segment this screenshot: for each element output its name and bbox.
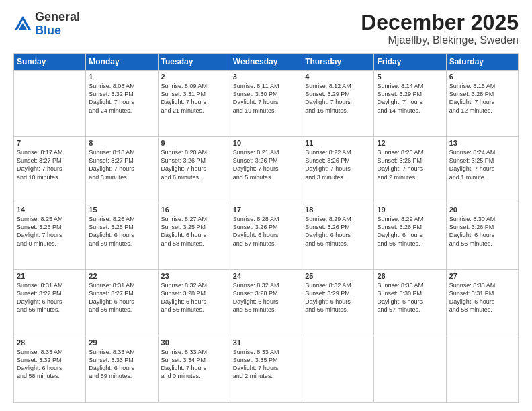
day-info: Sunrise: 8:33 AM Sunset: 3:34 PM Dayligh… (161, 348, 227, 381)
calendar-day-cell: 15Sunrise: 8:26 AM Sunset: 3:25 PM Dayli… (86, 203, 158, 270)
calendar-day-cell: 29Sunrise: 8:33 AM Sunset: 3:33 PM Dayli… (86, 336, 158, 403)
day-info: Sunrise: 8:21 AM Sunset: 3:26 PM Dayligh… (233, 148, 299, 181)
calendar-day-cell (446, 336, 518, 403)
day-info: Sunrise: 8:08 AM Sunset: 3:32 PM Dayligh… (89, 82, 154, 115)
day-info: Sunrise: 8:15 AM Sunset: 3:28 PM Dayligh… (449, 82, 515, 115)
title-block: December 2025 Mjaellby, Blekinge, Sweden (361, 11, 519, 46)
day-info: Sunrise: 8:14 AM Sunset: 3:29 PM Dayligh… (377, 82, 443, 115)
header: General Blue December 2025 Mjaellby, Ble… (13, 11, 519, 46)
day-info: Sunrise: 8:29 AM Sunset: 3:26 PM Dayligh… (305, 215, 371, 248)
day-info: Sunrise: 8:09 AM Sunset: 3:31 PM Dayligh… (161, 82, 227, 115)
calendar-day-cell: 28Sunrise: 8:33 AM Sunset: 3:32 PM Dayli… (14, 336, 86, 403)
calendar-day-cell: 23Sunrise: 8:32 AM Sunset: 3:28 PM Dayli… (158, 270, 230, 336)
day-number: 23 (161, 272, 227, 280)
day-info: Sunrise: 8:18 AM Sunset: 3:27 PM Dayligh… (89, 148, 154, 181)
day-number: 18 (305, 205, 371, 214)
calendar-day-cell (14, 71, 86, 137)
day-info: Sunrise: 8:24 AM Sunset: 3:25 PM Dayligh… (449, 148, 515, 181)
calendar-day-cell: 9Sunrise: 8:20 AM Sunset: 3:26 PM Daylig… (158, 137, 230, 203)
day-of-week-header: Thursday (302, 54, 374, 71)
calendar-day-cell: 17Sunrise: 8:28 AM Sunset: 3:26 PM Dayli… (230, 203, 302, 270)
calendar-header-row: SundayMondayTuesdayWednesdayThursdayFrid… (14, 54, 519, 71)
calendar-day-cell: 8Sunrise: 8:18 AM Sunset: 3:27 PM Daylig… (86, 137, 158, 203)
day-info: Sunrise: 8:31 AM Sunset: 3:27 PM Dayligh… (89, 281, 154, 314)
day-info: Sunrise: 8:11 AM Sunset: 3:30 PM Dayligh… (233, 82, 299, 115)
calendar-day-cell: 10Sunrise: 8:21 AM Sunset: 3:26 PM Dayli… (230, 137, 302, 203)
day-number: 14 (17, 205, 83, 214)
day-info: Sunrise: 8:29 AM Sunset: 3:26 PM Dayligh… (377, 215, 443, 248)
day-of-week-header: Saturday (446, 54, 518, 71)
logo-text: General Blue (35, 11, 80, 38)
day-info: Sunrise: 8:22 AM Sunset: 3:26 PM Dayligh… (305, 148, 371, 181)
day-number: 20 (449, 205, 515, 214)
calendar-day-cell: 14Sunrise: 8:25 AM Sunset: 3:25 PM Dayli… (14, 203, 86, 270)
day-number: 29 (89, 338, 154, 347)
calendar-day-cell: 11Sunrise: 8:22 AM Sunset: 3:26 PM Dayli… (302, 137, 374, 203)
calendar-week-row: 21Sunrise: 8:31 AM Sunset: 3:27 PM Dayli… (14, 270, 519, 336)
day-info: Sunrise: 8:32 AM Sunset: 3:28 PM Dayligh… (161, 281, 227, 314)
day-info: Sunrise: 8:12 AM Sunset: 3:29 PM Dayligh… (305, 82, 371, 115)
day-info: Sunrise: 8:27 AM Sunset: 3:25 PM Dayligh… (161, 215, 227, 248)
logo-blue: Blue (35, 24, 61, 37)
calendar-day-cell: 12Sunrise: 8:23 AM Sunset: 3:26 PM Dayli… (374, 137, 446, 203)
calendar-week-row: 7Sunrise: 8:17 AM Sunset: 3:27 PM Daylig… (14, 137, 519, 203)
calendar-day-cell: 30Sunrise: 8:33 AM Sunset: 3:34 PM Dayli… (158, 336, 230, 403)
day-info: Sunrise: 8:32 AM Sunset: 3:28 PM Dayligh… (233, 281, 299, 314)
day-number: 8 (89, 139, 154, 147)
day-number: 26 (377, 272, 443, 280)
day-info: Sunrise: 8:32 AM Sunset: 3:29 PM Dayligh… (305, 281, 371, 314)
calendar-day-cell: 26Sunrise: 8:33 AM Sunset: 3:30 PM Dayli… (374, 270, 446, 336)
day-number: 16 (161, 205, 227, 214)
calendar-table: SundayMondayTuesdayWednesdayThursdayFrid… (13, 53, 519, 403)
day-number: 31 (233, 338, 299, 347)
calendar-day-cell: 16Sunrise: 8:27 AM Sunset: 3:25 PM Dayli… (158, 203, 230, 270)
calendar-day-cell: 31Sunrise: 8:33 AM Sunset: 3:35 PM Dayli… (230, 336, 302, 403)
location: Mjaellby, Blekinge, Sweden (361, 34, 519, 46)
day-info: Sunrise: 8:33 AM Sunset: 3:30 PM Dayligh… (377, 281, 443, 314)
day-number: 30 (161, 338, 227, 347)
logo: General Blue (13, 11, 80, 38)
calendar-day-cell: 6Sunrise: 8:15 AM Sunset: 3:28 PM Daylig… (446, 71, 518, 137)
logo-icon (13, 15, 32, 34)
calendar-day-cell: 24Sunrise: 8:32 AM Sunset: 3:28 PM Dayli… (230, 270, 302, 336)
day-number: 15 (89, 205, 154, 214)
day-number: 21 (17, 272, 83, 280)
day-number: 27 (449, 272, 515, 280)
day-info: Sunrise: 8:33 AM Sunset: 3:31 PM Dayligh… (449, 281, 515, 314)
calendar-week-row: 1Sunrise: 8:08 AM Sunset: 3:32 PM Daylig… (14, 71, 519, 137)
day-info: Sunrise: 8:25 AM Sunset: 3:25 PM Dayligh… (17, 215, 83, 248)
calendar-day-cell: 27Sunrise: 8:33 AM Sunset: 3:31 PM Dayli… (446, 270, 518, 336)
calendar-day-cell: 1Sunrise: 8:08 AM Sunset: 3:32 PM Daylig… (86, 71, 158, 137)
day-number: 17 (233, 205, 299, 214)
calendar-week-row: 28Sunrise: 8:33 AM Sunset: 3:32 PM Dayli… (14, 336, 519, 403)
day-number: 5 (377, 73, 443, 81)
calendar-day-cell: 3Sunrise: 8:11 AM Sunset: 3:30 PM Daylig… (230, 71, 302, 137)
day-info: Sunrise: 8:17 AM Sunset: 3:27 PM Dayligh… (17, 148, 83, 181)
day-number: 24 (233, 272, 299, 280)
calendar-week-row: 14Sunrise: 8:25 AM Sunset: 3:25 PM Dayli… (14, 203, 519, 270)
day-number: 10 (233, 139, 299, 147)
day-info: Sunrise: 8:26 AM Sunset: 3:25 PM Dayligh… (89, 215, 154, 248)
calendar-day-cell: 21Sunrise: 8:31 AM Sunset: 3:27 PM Dayli… (14, 270, 86, 336)
calendar-day-cell: 2Sunrise: 8:09 AM Sunset: 3:31 PM Daylig… (158, 71, 230, 137)
day-of-week-header: Tuesday (158, 54, 230, 71)
day-number: 11 (305, 139, 371, 147)
day-number: 1 (89, 73, 154, 81)
calendar-day-cell: 4Sunrise: 8:12 AM Sunset: 3:29 PM Daylig… (302, 71, 374, 137)
day-info: Sunrise: 8:23 AM Sunset: 3:26 PM Dayligh… (377, 148, 443, 181)
day-info: Sunrise: 8:20 AM Sunset: 3:26 PM Dayligh… (161, 148, 227, 181)
day-number: 3 (233, 73, 299, 81)
calendar-day-cell (374, 336, 446, 403)
logo-general: General (35, 10, 80, 24)
day-info: Sunrise: 8:28 AM Sunset: 3:26 PM Dayligh… (233, 215, 299, 248)
day-of-week-header: Wednesday (230, 54, 302, 71)
day-number: 4 (305, 73, 371, 81)
day-number: 7 (17, 139, 83, 147)
day-number: 12 (377, 139, 443, 147)
calendar-day-cell: 13Sunrise: 8:24 AM Sunset: 3:25 PM Dayli… (446, 137, 518, 203)
day-info: Sunrise: 8:31 AM Sunset: 3:27 PM Dayligh… (17, 281, 83, 314)
day-of-week-header: Monday (86, 54, 158, 71)
day-number: 19 (377, 205, 443, 214)
calendar-day-cell: 7Sunrise: 8:17 AM Sunset: 3:27 PM Daylig… (14, 137, 86, 203)
day-of-week-header: Friday (374, 54, 446, 71)
